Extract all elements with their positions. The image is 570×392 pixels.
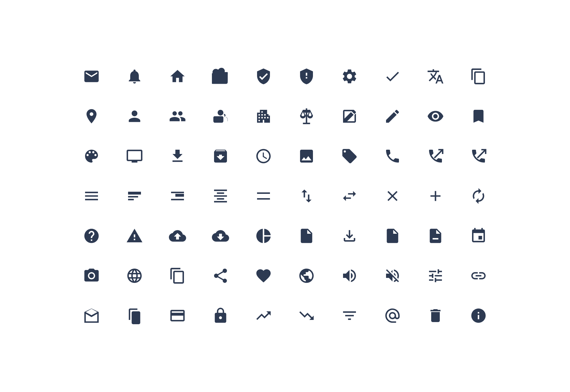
translate-icon bbox=[414, 56, 457, 96]
trash-delete-icon bbox=[414, 296, 457, 336]
trending-down-icon bbox=[285, 296, 328, 336]
shield-check-icon bbox=[242, 56, 285, 96]
mail-open-icon bbox=[70, 296, 113, 336]
question-circle-icon bbox=[70, 216, 113, 256]
volume-up-icon bbox=[328, 256, 371, 296]
file-download-icon bbox=[328, 216, 371, 256]
calendar-event-icon bbox=[457, 216, 500, 256]
pencil-icon bbox=[371, 96, 414, 136]
cloud-download-icon bbox=[199, 216, 242, 256]
refresh-rotate-icon bbox=[457, 176, 500, 216]
filter-funnel-icon bbox=[328, 296, 371, 336]
world-filled-icon bbox=[285, 256, 328, 296]
price-tag-icon bbox=[328, 136, 371, 176]
menu-right-align-icon bbox=[156, 176, 199, 216]
image-landscape-icon bbox=[285, 136, 328, 176]
file-minus-icon bbox=[414, 216, 457, 256]
gear-icon bbox=[328, 56, 371, 96]
mail-icon bbox=[70, 56, 113, 96]
sliders-adjustments-icon bbox=[414, 256, 457, 296]
share-network-icon bbox=[199, 256, 242, 296]
person-icon bbox=[113, 96, 156, 136]
transfer-arrows-icon bbox=[328, 176, 371, 216]
balance-scale-icon bbox=[285, 96, 328, 136]
lock-closed-icon bbox=[199, 296, 242, 336]
menu-left-align-icon bbox=[113, 176, 156, 216]
briefcase-icon bbox=[199, 56, 242, 96]
edit-square-icon bbox=[328, 96, 371, 136]
file-plus-icon bbox=[371, 216, 414, 256]
location-pin-icon bbox=[70, 96, 113, 136]
home-icon bbox=[156, 56, 199, 96]
monitor-icon bbox=[113, 136, 156, 176]
globe-icon bbox=[113, 256, 156, 296]
at-sign-icon bbox=[371, 296, 414, 336]
trending-up-icon bbox=[242, 296, 285, 336]
phone-icon bbox=[371, 136, 414, 176]
shield-alert-icon bbox=[285, 56, 328, 96]
check-icon bbox=[371, 56, 414, 96]
copy-duplicate-icon bbox=[156, 256, 199, 296]
pie-chart-icon bbox=[242, 216, 285, 256]
icon-grid bbox=[70, 56, 500, 336]
camera-icon bbox=[70, 256, 113, 296]
menu-center-align-icon bbox=[199, 176, 242, 216]
menu-hamburger-icon bbox=[70, 176, 113, 216]
bell-icon bbox=[113, 56, 156, 96]
copy-to-icon bbox=[457, 56, 500, 96]
eye-icon bbox=[414, 96, 457, 136]
credit-card-icon bbox=[156, 296, 199, 336]
plus-add-icon bbox=[414, 176, 457, 216]
link-chain-icon bbox=[457, 256, 500, 296]
bookmark-icon bbox=[457, 96, 500, 136]
color-palette-icon bbox=[70, 136, 113, 176]
menu-two-lines-icon bbox=[242, 176, 285, 216]
call-outgoing-icon bbox=[414, 136, 457, 176]
close-x-icon bbox=[371, 176, 414, 216]
team-building-icon bbox=[199, 96, 242, 136]
upload-tray-icon bbox=[156, 136, 199, 176]
call-incoming-icon bbox=[457, 136, 500, 176]
cloud-upload-icon bbox=[156, 216, 199, 256]
sort-arrows-icon bbox=[285, 176, 328, 216]
mute-icon bbox=[371, 256, 414, 296]
group-icon bbox=[156, 96, 199, 136]
warning-triangle-icon bbox=[113, 216, 156, 256]
heart-icon bbox=[242, 256, 285, 296]
archive-icon bbox=[199, 136, 242, 176]
office-building-icon bbox=[242, 96, 285, 136]
clock-icon bbox=[242, 136, 285, 176]
files-copy-icon bbox=[113, 296, 156, 336]
info-circle-icon bbox=[457, 296, 500, 336]
file-blank-icon bbox=[285, 216, 328, 256]
